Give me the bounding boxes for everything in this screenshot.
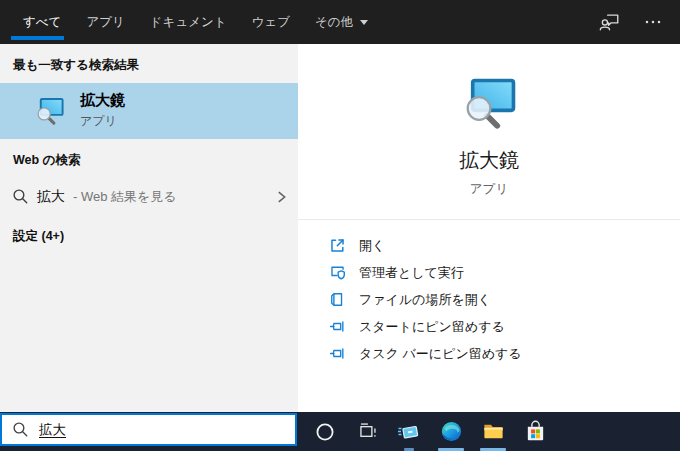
preview-app-title: 拡大鏡 [459,147,519,174]
shield-icon [329,264,346,281]
filter-tabs: すべて アプリ ドキュメント ウェブ その他 [23,0,368,44]
pin-icon [329,318,346,335]
preview-panel: 拡大鏡 アプリ 開く [298,44,680,412]
web-suffix-text: - Web 結果を見る [73,188,177,206]
web-search-header: Web の検索 [0,139,298,178]
app-window-icon [397,420,421,444]
file-explorer-button[interactable] [472,412,514,451]
tab-web[interactable]: ウェブ [252,0,290,44]
store-button[interactable] [514,412,556,451]
tab-more-label: その他 [315,14,353,31]
action-pin-to-start[interactable]: スタートにピン留めする [329,313,680,340]
results-panel: 最も一致する検索結果 拡大鏡 [0,44,298,412]
task-view-icon [357,421,378,442]
tab-all-label: すべて [23,14,61,31]
search-icon [12,188,29,205]
pin-icon [329,345,346,362]
action-run-as-admin[interactable]: 管理者として実行 [329,259,680,286]
folder-location-icon [329,291,346,308]
app-window-button[interactable] [388,412,430,451]
web-query-text: 拡大 [37,188,65,206]
action-label: タスク バーにピン留めする [359,345,522,363]
user-account-icon[interactable] [598,11,621,33]
tab-apps[interactable]: アプリ [86,0,124,44]
taskbar: 拡大 [0,412,680,451]
action-list: 開く 管理者として実行 [298,220,680,367]
tab-documents[interactable]: ドキュメント [150,0,227,44]
microsoft-store-icon [524,420,547,443]
file-explorer-icon [482,420,505,443]
microsoft-edge-icon [440,420,463,443]
tab-documents-label: ドキュメント [150,14,227,31]
preview-app-subtitle: アプリ [470,181,508,198]
magnifier-app-icon-large [460,75,518,133]
action-label: スタートにピン留めする [359,318,505,336]
magnifier-app-icon [34,96,65,127]
chevron-down-icon [360,20,368,25]
tab-web-label: ウェブ [252,14,290,31]
action-open-file-location[interactable]: ファイルの場所を開く [329,286,680,313]
settings-group-header[interactable]: 設定 (4+) [0,215,298,254]
windows-search-flyout: すべて アプリ ドキュメント ウェブ その他 [0,0,680,451]
taskbar-icons [297,412,680,451]
task-view-button[interactable] [346,412,388,451]
action-label: 管理者として実行 [359,264,464,282]
web-search-result[interactable]: 拡大 - Web 結果を見る [0,178,298,215]
action-label: 開く [359,237,385,255]
chevron-right-icon[interactable] [276,188,287,206]
more-options-icon[interactable] [644,13,662,31]
search-input-value: 拡大 [39,421,66,439]
taskbar-search-input[interactable]: 拡大 [0,413,297,446]
open-in-new-icon [329,237,346,254]
best-match-subtitle: アプリ [80,113,125,130]
cortana-button[interactable] [304,412,346,451]
action-open[interactable]: 開く [329,232,680,259]
best-match-header: 最も一致する検索結果 [0,44,298,83]
search-icon [12,421,29,438]
action-pin-to-taskbar[interactable]: タスク バーにピン留めする [329,340,680,367]
tab-apps-label: アプリ [86,14,124,31]
tab-all[interactable]: すべて [23,0,61,44]
cortana-icon [315,422,335,442]
edge-button[interactable] [430,412,472,451]
best-match-title: 拡大鏡 [80,92,125,109]
best-match-result-magnifier[interactable]: 拡大鏡 アプリ [0,83,298,139]
tab-more[interactable]: その他 [315,0,368,44]
action-label: ファイルの場所を開く [359,291,491,309]
search-filter-bar: すべて アプリ ドキュメント ウェブ その他 [0,0,680,44]
